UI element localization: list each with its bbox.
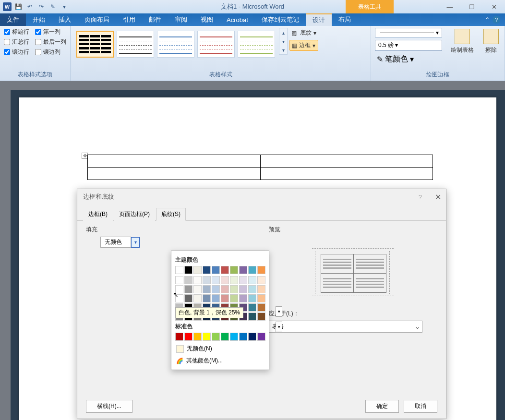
- color-swatch[interactable]: [230, 276, 238, 284]
- table-style-1[interactable]: [76, 31, 114, 58]
- table-style-5[interactable]: [238, 31, 275, 58]
- color-swatch[interactable]: [230, 333, 238, 341]
- tab-references[interactable]: 引用: [116, 13, 142, 26]
- color-swatch[interactable]: [184, 294, 192, 302]
- fill-color-dropdown-icon[interactable]: ▾: [131, 237, 140, 248]
- minimize-button[interactable]: —: [439, 0, 461, 13]
- table-style-expand[interactable]: ▴▾▾: [279, 28, 288, 55]
- color-swatch[interactable]: [175, 285, 183, 293]
- eraser-button[interactable]: 擦除: [481, 28, 501, 55]
- color-swatch[interactable]: [257, 285, 265, 293]
- check-header-row[interactable]: 标题行: [4, 28, 29, 36]
- color-swatch[interactable]: [248, 333, 256, 341]
- borders-button[interactable]: ▦边框▾: [289, 40, 318, 51]
- color-swatch[interactable]: [184, 285, 192, 293]
- apply-to-select[interactable]: 表格⌵: [269, 321, 422, 333]
- color-swatch[interactable]: [193, 333, 202, 341]
- color-swatch[interactable]: [184, 266, 192, 274]
- dialog-close-icon[interactable]: ✕: [435, 192, 441, 202]
- table-style-3[interactable]: [157, 31, 194, 58]
- tab-design[interactable]: 设计: [306, 13, 332, 26]
- dialog-tab-page-border[interactable]: 页面边框(P): [114, 208, 155, 221]
- color-swatch[interactable]: [257, 276, 265, 284]
- color-swatch[interactable]: [175, 333, 183, 341]
- color-swatch[interactable]: [203, 333, 211, 341]
- color-swatch[interactable]: [248, 294, 256, 302]
- color-swatch[interactable]: [193, 276, 202, 284]
- document-table[interactable]: [87, 155, 433, 180]
- cancel-button[interactable]: 取消: [404, 400, 437, 413]
- tab-layout[interactable]: 布局: [332, 13, 358, 26]
- color-swatch[interactable]: [239, 276, 247, 284]
- color-swatch[interactable]: [221, 294, 229, 302]
- draw-table-button[interactable]: 绘制表格: [449, 28, 476, 55]
- color-swatch[interactable]: [239, 285, 247, 293]
- check-last-col[interactable]: 最后一列: [35, 38, 66, 46]
- color-swatch[interactable]: [257, 303, 265, 312]
- more-colors-item[interactable]: 🌈其他颜色(M)...: [175, 355, 265, 367]
- ok-button[interactable]: 确定: [365, 400, 399, 413]
- close-button[interactable]: ✕: [483, 0, 505, 13]
- undo-icon[interactable]: ↶: [25, 2, 35, 12]
- shading-button[interactable]: ▨底纹▾: [289, 28, 318, 38]
- save-icon[interactable]: 💾: [13, 2, 23, 12]
- color-swatch[interactable]: [230, 285, 238, 293]
- pen-style-select[interactable]: ▾: [375, 28, 442, 37]
- table-style-4[interactable]: [197, 31, 235, 58]
- color-swatch[interactable]: [203, 276, 211, 284]
- fill-color-value[interactable]: 无颜色: [100, 237, 131, 248]
- horizontal-line-button[interactable]: 横线(H)...: [86, 400, 132, 413]
- brush-icon[interactable]: ✎: [48, 2, 58, 12]
- pattern-style-dropdown[interactable]: ▾: [276, 306, 282, 317]
- tab-savecloud[interactable]: 保存到云笔记: [255, 13, 306, 26]
- pen-weight-select[interactable]: 0.5 磅 ▾: [375, 40, 442, 51]
- color-swatch[interactable]: [221, 276, 229, 284]
- color-swatch[interactable]: [248, 266, 256, 274]
- color-swatch[interactable]: [193, 294, 202, 302]
- color-swatch[interactable]: [221, 266, 229, 274]
- color-swatch[interactable]: [221, 333, 229, 341]
- check-banded-rows[interactable]: 镶边行: [4, 48, 29, 56]
- color-swatch[interactable]: [175, 276, 183, 284]
- pattern-color-dropdown[interactable]: ▾: [276, 322, 282, 332]
- color-swatch[interactable]: [239, 333, 247, 341]
- tab-view[interactable]: 视图: [194, 13, 220, 26]
- color-swatch[interactable]: [212, 294, 220, 302]
- tab-review[interactable]: 审阅: [168, 13, 194, 26]
- dialog-tab-borders[interactable]: 边框(B): [83, 208, 113, 221]
- color-swatch[interactable]: [193, 266, 202, 274]
- color-swatch[interactable]: [257, 312, 265, 321]
- color-swatch[interactable]: [184, 333, 192, 341]
- color-swatch[interactable]: [257, 294, 265, 302]
- tab-pagelayout[interactable]: 页面布局: [78, 13, 116, 26]
- color-swatch[interactable]: [248, 303, 256, 312]
- color-swatch[interactable]: [184, 276, 192, 284]
- color-swatch[interactable]: [230, 294, 238, 302]
- color-swatch[interactable]: [212, 266, 220, 274]
- no-color-item[interactable]: 无颜色(N): [175, 343, 265, 355]
- color-swatch[interactable]: [212, 333, 220, 341]
- color-swatch[interactable]: [212, 285, 220, 293]
- check-first-col[interactable]: 第一列: [35, 28, 60, 36]
- color-swatch[interactable]: [203, 266, 211, 274]
- color-swatch[interactable]: [248, 276, 256, 284]
- color-swatch[interactable]: [239, 266, 247, 274]
- dialog-title-bar[interactable]: 边框和底纹 ? ✕: [77, 189, 446, 204]
- vertical-ruler[interactable]: [0, 90, 11, 420]
- color-swatch[interactable]: [221, 285, 229, 293]
- tab-file[interactable]: 文件: [0, 13, 26, 26]
- tab-insert[interactable]: 插入: [52, 13, 78, 26]
- color-swatch[interactable]: [175, 266, 183, 274]
- color-swatch[interactable]: [239, 294, 247, 302]
- horizontal-ruler[interactable]: [0, 81, 505, 90]
- color-swatch[interactable]: [230, 266, 238, 274]
- maximize-button[interactable]: ☐: [461, 0, 483, 13]
- qat-dropdown-icon[interactable]: ▾: [60, 2, 69, 12]
- color-swatch[interactable]: [257, 333, 265, 341]
- check-banded-cols[interactable]: 镶边列: [35, 48, 60, 56]
- dialog-help-icon[interactable]: ?: [419, 193, 422, 201]
- color-swatch[interactable]: [212, 276, 220, 284]
- color-swatch[interactable]: [248, 285, 256, 293]
- color-swatch[interactable]: [203, 285, 211, 293]
- tab-acrobat[interactable]: Acrobat: [220, 13, 255, 26]
